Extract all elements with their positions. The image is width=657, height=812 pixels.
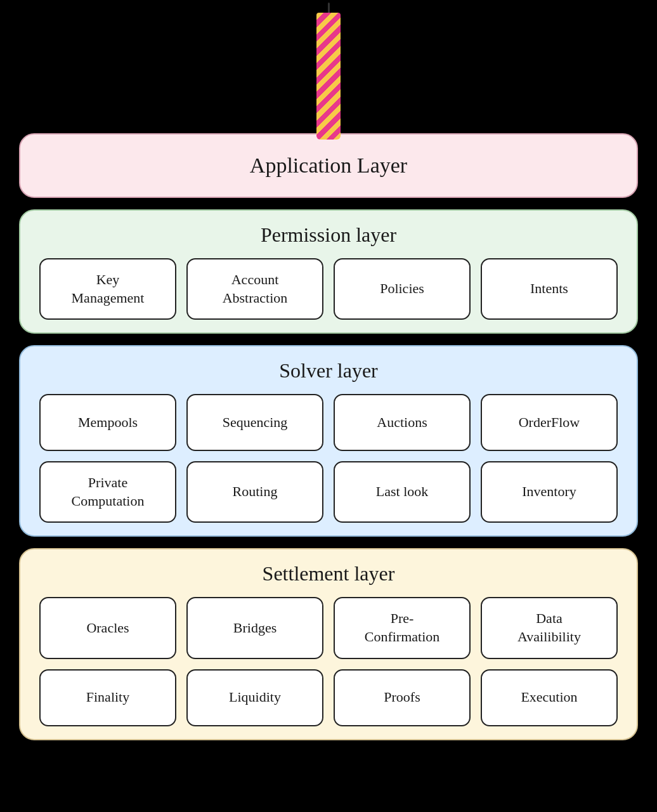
permission-items-grid: KeyManagement AccountAbstraction Policie…: [39, 258, 618, 320]
permission-layer: Permission layer KeyManagement AccountAb…: [19, 209, 638, 334]
item-key-management: KeyManagement: [39, 258, 176, 320]
settlement-layer-title: Settlement layer: [39, 562, 618, 586]
item-private-computation: PrivateComputation: [39, 461, 176, 523]
candle-body: [316, 13, 341, 140]
application-layer-title: Application Layer: [39, 147, 618, 184]
item-oracles: Oracles: [39, 597, 176, 658]
item-inventory: Inventory: [481, 461, 618, 523]
item-execution: Execution: [481, 669, 618, 726]
item-proofs: Proofs: [334, 669, 471, 726]
candle: [316, 0, 341, 140]
permission-layer-title: Permission layer: [39, 223, 618, 247]
application-layer: Application Layer: [19, 133, 638, 198]
page-container: Application Layer Permission layer KeyMa…: [0, 0, 657, 812]
item-mempools: Mempools: [39, 394, 176, 451]
item-data-availibility: DataAvailibility: [481, 597, 618, 658]
item-finality: Finality: [39, 669, 176, 726]
solver-items-grid: Mempools Sequencing Auctions OrderFlow P…: [39, 394, 618, 523]
item-orderflow: OrderFlow: [481, 394, 618, 451]
item-policies: Policies: [334, 258, 471, 320]
item-account-abstraction: AccountAbstraction: [186, 258, 323, 320]
settlement-items-grid: Oracles Bridges Pre-Confirmation DataAva…: [39, 597, 618, 726]
item-sequencing: Sequencing: [186, 394, 323, 451]
item-liquidity: Liquidity: [186, 669, 323, 726]
item-last-look: Last look: [334, 461, 471, 523]
item-routing: Routing: [186, 461, 323, 523]
solver-layer: Solver layer Mempools Sequencing Auction…: [19, 345, 638, 537]
item-pre-confirmation: Pre-Confirmation: [334, 597, 471, 658]
item-intents: Intents: [481, 258, 618, 320]
solver-layer-title: Solver layer: [39, 359, 618, 383]
item-bridges: Bridges: [186, 597, 323, 658]
item-auctions: Auctions: [334, 394, 471, 451]
settlement-layer: Settlement layer Oracles Bridges Pre-Con…: [19, 548, 638, 740]
layers-wrapper: Application Layer Permission layer KeyMa…: [19, 133, 638, 752]
